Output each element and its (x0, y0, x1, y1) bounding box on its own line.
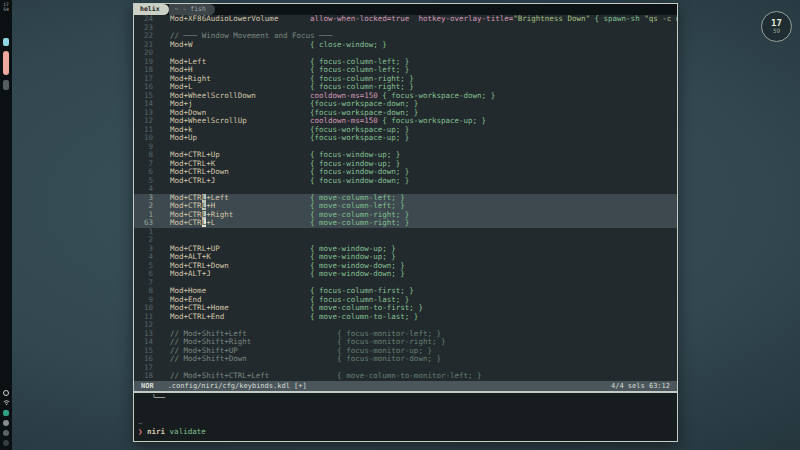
dock-clock: 17 59 (3, 2, 8, 12)
shell-line (134, 403, 677, 412)
code-text: Mod+CTRL+J { focus-window-down; } (161, 177, 409, 186)
line-number: 12 (134, 321, 161, 330)
editor-line: 3 Mod+CTRL+Left { move-column-left; } (134, 194, 677, 203)
editor-line: 22 // ─── Window Movement and Focus ─── (134, 32, 677, 41)
line-number: 2 (134, 202, 161, 211)
line-number: 9 (134, 143, 161, 152)
line-number: 15 (134, 92, 161, 101)
editor-line: 63 Mod+CTRL+L { move-column-right; } (134, 219, 677, 228)
code-text: // ─── Window Movement and Focus ─── (161, 32, 333, 41)
record-icon[interactable] (3, 389, 10, 396)
editor-line: 8 Mod+Home { focus-column-first; } (134, 287, 677, 296)
power-icon[interactable] (3, 439, 10, 446)
code-text: Mod+End { focus-column-last; } (161, 296, 409, 305)
helix-statusline: NOR .config/niri/cfg/keybinds.kdl [+] 4/… (134, 381, 677, 391)
editor-line: 23 (134, 24, 677, 33)
workspace-indicators (3, 38, 9, 90)
workspace-indicator-3[interactable] (3, 80, 9, 90)
code-text: Mod+CTRL+Down { move-window-down; } (161, 262, 405, 271)
line-number: 11 (134, 313, 161, 322)
code-text: Mod+k {focus-workspace-up; } (161, 126, 409, 135)
line-number: 23 (134, 24, 161, 33)
line-number: 17 (134, 75, 161, 84)
line-number: 11 (134, 126, 161, 135)
line-number: 4 (134, 185, 161, 194)
editor-line: 15 Mod+WheelScrollDown cooldown-ms=150 {… (134, 92, 677, 101)
workspace-indicator-1[interactable] (3, 38, 9, 46)
shell-pane[interactable]: ╰──~❯ niri validate (134, 391, 677, 442)
helix-editor[interactable]: 24 Mod+XF86AudioLowerVolume allow-when-l… (134, 15, 677, 381)
line-number: 13 (134, 330, 161, 339)
line-number: 8 (134, 287, 161, 296)
code-text: Mod+j {focus-workspace-down; } (161, 100, 418, 109)
editor-line: 11 Mod+CTRL+End { move-column-to-last; } (134, 313, 677, 322)
wifi-icon[interactable] (3, 399, 10, 406)
tab-bar: helix ~ - fish (134, 4, 677, 15)
line-number: 17 (134, 364, 161, 373)
code-text: Mod+CTRL+Home { move-column-to-first; } (161, 304, 423, 313)
editor-line: 12 (134, 321, 677, 330)
code-text: Mod+CTRL+K { focus-window-up; } (161, 160, 400, 169)
code-text: Mod+Right { focus-column-right; } (161, 75, 414, 84)
line-number: 8 (134, 151, 161, 160)
editor-line: 11 Mod+k {focus-workspace-up; } (134, 126, 677, 135)
code-text: Mod+XF86AudioLowerVolume allow-when-lock… (161, 15, 677, 24)
editor-line: 20 (134, 49, 677, 58)
code-text: Mod+L { focus-column-right; } (161, 83, 414, 92)
code-text: Mod+Up {focus-workspace-up; } (161, 134, 409, 143)
line-number: 19 (134, 58, 161, 67)
line-number: 3 (134, 245, 161, 254)
tab-helix[interactable]: helix (134, 4, 169, 15)
dock-bar: 17 59 (0, 0, 12, 450)
code-text: // Mod+Shift+CTRL+Left { move-column-to-… (161, 372, 482, 381)
line-number: 14 (134, 338, 161, 347)
line-number: 4 (134, 253, 161, 262)
terminal-window: helix ~ - fish 24 Mod+XF86AudioLowerVolu… (133, 3, 678, 442)
line-number: 9 (134, 296, 161, 305)
editor-line: 6 Mod+ALT+J { move-window-down; } (134, 270, 677, 279)
editor-line: 3 Mod+CTRL+UP { move-window-up; } (134, 245, 677, 254)
code-text: Mod+W { close-window; } (161, 41, 387, 50)
editor-line: 10 Mod+Up {focus-workspace-up; } (134, 134, 677, 143)
line-number: 16 (134, 83, 161, 92)
shell-line: ╰── (134, 394, 677, 403)
code-text: Mod+Home { focus-column-first; } (161, 287, 414, 296)
line-number: 7 (134, 160, 161, 169)
line-number: 1 (134, 211, 161, 220)
editor-line: 18 Mod+H { focus-column-left; } (134, 66, 677, 75)
selection-position-info: 4/4 sels 63:12 (611, 381, 670, 391)
mic-icon[interactable] (3, 429, 10, 436)
line-number: 24 (134, 15, 161, 24)
clock-widget: 17 59 (761, 11, 792, 42)
line-number: 10 (134, 304, 161, 313)
editor-line: 7 Mod+CTRL+K { focus-window-up; } (134, 160, 677, 169)
clock-minute: 59 (773, 28, 780, 34)
line-number: 5 (134, 262, 161, 271)
line-number: 12 (134, 117, 161, 126)
app-icon-green[interactable] (3, 409, 10, 416)
code-text: Mod+CTRL+Up { focus-window-up; } (161, 151, 400, 160)
editor-line: 14 Mod+j {focus-workspace-down; } (134, 100, 677, 109)
shell-line (134, 411, 677, 420)
editor-line: 6 Mod+CTRL+Down { focus-window-down; } (134, 168, 677, 177)
line-number: 6 (134, 270, 161, 279)
line-number: 10 (134, 134, 161, 143)
code-text: Mod+CTRL+Down { focus-window-down; } (161, 168, 409, 177)
system-tray (3, 389, 10, 446)
line-number: 6 (134, 168, 161, 177)
editor-line: 8 Mod+CTRL+Up { focus-window-up; } (134, 151, 677, 160)
tab-fish[interactable]: ~ - fish (169, 4, 215, 15)
code-text: Mod+ALT+K { move-window-up; } (161, 253, 396, 262)
line-number: 13 (134, 109, 161, 118)
editor-line: 1 Mod+CTRL+Right { move-column-right; } (134, 211, 677, 220)
editor-line: 9 (134, 143, 677, 152)
editor-line: 19 Mod+Left { focus-column-left; } (134, 58, 677, 67)
editor-line: 16 // Mod+Shift+Down { focus-monitor-dow… (134, 355, 677, 364)
line-number: 21 (134, 41, 161, 50)
code-text: Mod+H { focus-column-left; } (161, 66, 409, 75)
editor-line: 24 Mod+XF86AudioLowerVolume allow-when-l… (134, 15, 677, 24)
code-text: Mod+CTRL+H { move-column-left; } (161, 202, 405, 211)
code-text: Mod+CTRL+UP { move-window-up; } (161, 245, 396, 254)
workspace-indicator-2[interactable] (3, 51, 9, 75)
volume-icon[interactable] (3, 419, 10, 426)
